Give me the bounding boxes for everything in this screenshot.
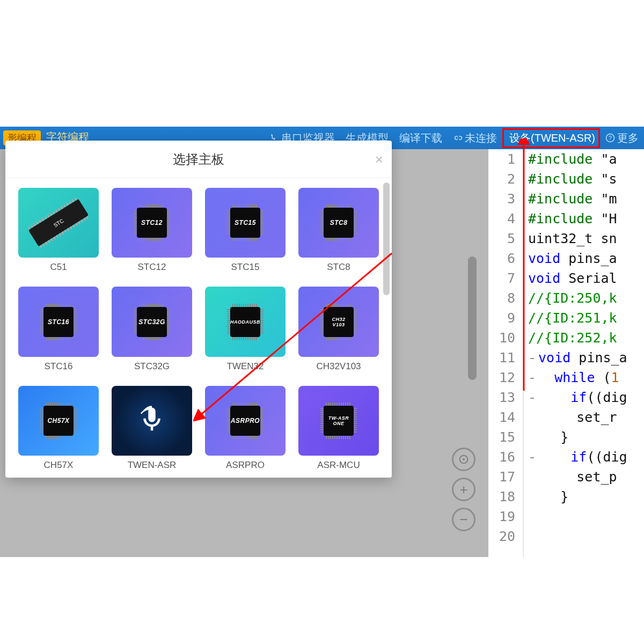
code-line[interactable]: #include "m bbox=[528, 189, 627, 209]
board-thumbnail: ASRPRO bbox=[205, 386, 286, 456]
board-thumbnail bbox=[112, 386, 192, 456]
line-number: 19 bbox=[488, 507, 515, 526]
dialog-header: 选择主板 × bbox=[5, 141, 392, 178]
board-caption: TWEN32 bbox=[205, 361, 286, 372]
board-thumbnail: HAODAUSB bbox=[205, 287, 286, 356]
board-option-ch57x[interactable]: CH57XCH57X bbox=[18, 386, 99, 471]
line-number-gutter: 1234567891011121314151617181920 bbox=[488, 149, 523, 557]
line-number: 11 bbox=[488, 348, 515, 368]
line-number: 6 bbox=[488, 248, 515, 268]
zoom-out-button[interactable]: − bbox=[452, 508, 475, 531]
svg-point-3 bbox=[463, 458, 465, 460]
locate-button[interactable] bbox=[452, 448, 475, 471]
code-editor[interactable]: 1234567891011121314151617181920 #include… bbox=[488, 149, 644, 557]
board-caption: ASRPRO bbox=[205, 460, 286, 471]
code-line[interactable]: } bbox=[528, 427, 627, 447]
line-number: 5 bbox=[488, 229, 515, 248]
line-number: 14 bbox=[488, 407, 515, 427]
chip-icon: STC bbox=[28, 199, 89, 247]
svg-text:?: ? bbox=[609, 135, 612, 141]
chip-icon: CH32V103 bbox=[324, 307, 354, 337]
chip-icon: CH57X bbox=[43, 406, 74, 436]
board-thumbnail: TW-ASRONE bbox=[298, 386, 379, 456]
link-icon bbox=[453, 133, 463, 143]
dialog-scrollbar[interactable] bbox=[383, 182, 390, 295]
line-number: 10 bbox=[488, 328, 515, 348]
select-board-dialog: 选择主板 × STCC51STC12STC12STC15STC15STC8STC… bbox=[5, 141, 392, 478]
more-button[interactable]: ? 更多 bbox=[600, 127, 644, 149]
code-line[interactable]: //{ID:252,k bbox=[528, 328, 627, 348]
board-option-stc8[interactable]: STC8STC8 bbox=[298, 188, 379, 273]
line-number: 3 bbox=[488, 189, 515, 209]
zoom-in-button[interactable]: + bbox=[452, 478, 475, 501]
line-number: 2 bbox=[488, 169, 515, 189]
canvas-scrollbar[interactable] bbox=[468, 257, 477, 380]
code-line[interactable]: - if((dig bbox=[528, 387, 627, 407]
code-line[interactable]: //{ID:250,k bbox=[528, 288, 627, 308]
board-caption: C51 bbox=[18, 262, 99, 273]
line-number: 16 bbox=[488, 447, 515, 467]
app-window: 形编程 字符编程 串口监视器 生成模型 编译下载 未连接 设备(TWEN-ASR… bbox=[0, 127, 644, 557]
board-caption: STC32G bbox=[112, 361, 192, 372]
code-line[interactable]: void Serial bbox=[528, 268, 627, 288]
board-caption: STC12 bbox=[112, 262, 192, 273]
code-line[interactable]: - while (1 bbox=[528, 368, 627, 387]
board-option-twen-asr[interactable]: TWEN-ASR bbox=[112, 386, 192, 471]
code-line[interactable]: } bbox=[528, 487, 627, 507]
not-connected-button[interactable]: 未连接 bbox=[448, 127, 502, 149]
code-line[interactable]: set_p bbox=[528, 467, 627, 487]
board-option-asr-mcu[interactable]: TW-ASRONEASR-MCU bbox=[298, 386, 379, 471]
chip-icon: STC32G bbox=[137, 307, 167, 337]
code-line[interactable]: -void pins_a bbox=[528, 348, 627, 368]
compile-download-button[interactable]: 编译下载 bbox=[394, 127, 448, 149]
line-number: 8 bbox=[488, 288, 515, 308]
code-line[interactable]: #include "a bbox=[528, 149, 627, 169]
board-caption: CH57X bbox=[18, 460, 99, 471]
board-thumbnail: STC bbox=[18, 188, 99, 258]
board-option-asrpro[interactable]: ASRPROASRPRO bbox=[205, 386, 286, 471]
line-number: 1 bbox=[488, 149, 515, 169]
board-caption: TWEN-ASR bbox=[112, 460, 192, 471]
board-thumbnail: STC32G bbox=[112, 287, 192, 356]
chip-icon: ASRPRO bbox=[230, 406, 260, 436]
line-number: 18 bbox=[488, 487, 515, 507]
code-line[interactable]: uint32_t sn bbox=[528, 229, 627, 248]
board-thumbnail: STC16 bbox=[18, 287, 99, 356]
code-line[interactable]: //{ID:251,k bbox=[528, 308, 627, 328]
board-thumbnail: STC15 bbox=[205, 188, 286, 258]
code-line[interactable]: #include "H bbox=[528, 209, 627, 229]
line-number: 4 bbox=[488, 209, 515, 229]
board-caption: STC15 bbox=[205, 262, 286, 273]
device-selector-button[interactable]: 设备(TWEN-ASR) bbox=[502, 128, 600, 148]
code-line[interactable]: set_r bbox=[528, 407, 627, 427]
board-option-ch32v103[interactable]: CH32V103CH32V103 bbox=[298, 287, 379, 371]
outer-whitespace-top bbox=[0, 0, 644, 127]
board-caption: STC16 bbox=[18, 361, 99, 372]
board-option-stc12[interactable]: STC12STC12 bbox=[112, 188, 192, 273]
code-content[interactable]: #include "a#include "s#include "m#includ… bbox=[524, 149, 627, 557]
board-option-twen32[interactable]: HAODAUSBTWEN32 bbox=[205, 287, 286, 371]
help-icon: ? bbox=[605, 133, 615, 143]
chip-icon: TW-ASRONE bbox=[324, 406, 354, 436]
board-caption: ASR-MCU bbox=[298, 460, 379, 471]
outer-whitespace-bottom bbox=[0, 557, 644, 644]
code-line[interactable]: void pins_a bbox=[528, 248, 627, 268]
chip-icon: STC12 bbox=[137, 208, 167, 238]
close-icon[interactable]: × bbox=[375, 151, 383, 167]
device-label: 设备(TWEN-ASR) bbox=[509, 131, 595, 145]
board-option-stc32g[interactable]: STC32GSTC32G bbox=[112, 287, 192, 371]
dialog-body[interactable]: STCC51STC12STC12STC15STC15STC8STC8STC16S… bbox=[5, 178, 392, 478]
board-option-stc15[interactable]: STC15STC15 bbox=[205, 188, 286, 273]
board-option-c51[interactable]: STCC51 bbox=[18, 188, 99, 273]
code-line[interactable]: #include "s bbox=[528, 169, 627, 189]
dialog-title: 选择主板 bbox=[173, 151, 224, 168]
chip-icon: STC8 bbox=[324, 208, 354, 238]
chip-icon: STC16 bbox=[43, 307, 74, 337]
line-number: 15 bbox=[488, 427, 515, 447]
board-caption: CH32V103 bbox=[298, 361, 379, 372]
line-number: 20 bbox=[488, 526, 515, 546]
board-option-stc16[interactable]: STC16STC16 bbox=[18, 287, 99, 371]
board-thumbnail: STC8 bbox=[298, 188, 379, 258]
code-line[interactable]: - if((dig bbox=[528, 447, 627, 467]
microphone-icon bbox=[137, 405, 166, 436]
